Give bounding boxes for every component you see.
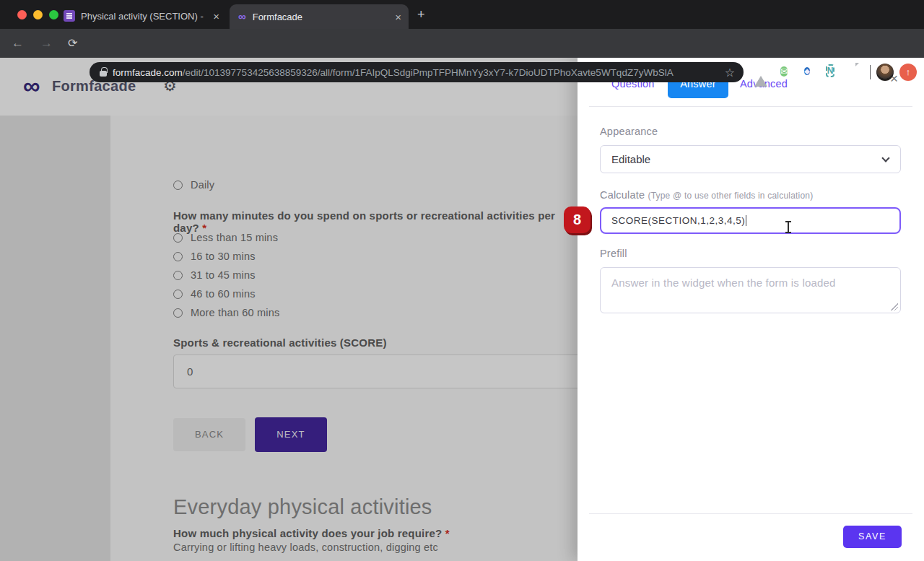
modal-backdrop <box>0 58 578 561</box>
clipper-extension-icon[interactable]: N <box>821 64 839 81</box>
browser-tab-forms[interactable]: Physical activity (SECTION) - G × <box>64 6 227 26</box>
bookmark-star-icon[interactable]: ☆ <box>725 66 735 79</box>
calculate-label: Calculate (Type @ to use other fields in… <box>600 189 813 201</box>
browser-toolbar: ← → ⟳ formfacade.com/edit/10139775342563… <box>0 29 924 58</box>
calculate-hint: (Type @ to use other fields in calculati… <box>648 191 813 201</box>
browser-update-icon[interactable]: ↑ <box>899 64 917 81</box>
answer-settings-panel: Question Answer Advanced × Appearance Ed… <box>578 58 924 561</box>
back-icon[interactable]: ← <box>12 35 24 51</box>
chevron-down-icon <box>881 154 889 162</box>
google-forms-icon <box>64 10 75 22</box>
minimize-window-button[interactable] <box>33 10 43 19</box>
step-badge: 8 <box>564 206 590 233</box>
prefill-textarea[interactable]: Answer in the widget when the form is lo… <box>600 267 901 313</box>
close-window-button[interactable] <box>17 10 27 19</box>
divider <box>589 106 912 107</box>
calculate-value: SCORE(SECTION,1,2,3,4,5) <box>611 215 745 226</box>
toolbar-divider <box>870 65 871 79</box>
calculate-input[interactable]: SCORE(SECTION,1,2,3,4,5) <box>600 207 901 234</box>
tab-title: Formfacade <box>253 12 388 22</box>
save-button[interactable]: SAVE <box>843 526 902 548</box>
ibeam-cursor <box>784 221 792 233</box>
mail-extension-icon[interactable]: ✉ <box>775 64 793 81</box>
url-text[interactable]: formfacade.com/edit/10139775342563885932… <box>113 67 716 78</box>
lock-icon <box>100 71 107 77</box>
prefill-placeholder: Answer in the widget when the form is lo… <box>611 277 836 289</box>
url-domain: formfacade.com <box>113 67 183 78</box>
resize-handle-icon[interactable] <box>891 303 898 310</box>
compass-extension-icon[interactable]: ◆ <box>798 64 816 81</box>
browser-tab-formfacade[interactable]: ∞ Formfacade × <box>230 4 409 29</box>
address-bar[interactable]: formfacade.com/edit/10139775342563885932… <box>90 62 744 82</box>
browser-tab-strip: Physical activity (SECTION) - G × ∞ Form… <box>0 0 924 29</box>
close-tab-icon[interactable]: × <box>213 10 219 22</box>
drive-extension-icon[interactable] <box>752 64 770 81</box>
url-path: /edit/101397753425638859326/all/form/1FA… <box>183 67 674 78</box>
text-caret <box>746 215 746 226</box>
screen: Physical activity (SECTION) - G × ∞ Form… <box>0 0 924 561</box>
divider <box>589 513 912 514</box>
forward-icon[interactable]: → <box>40 35 53 51</box>
zoom-window-button[interactable] <box>49 10 58 19</box>
prefill-label: Prefill <box>600 248 627 259</box>
formfacade-favicon-icon: ∞ <box>238 11 246 22</box>
reload-icon[interactable]: ⟳ <box>68 35 77 51</box>
appearance-label: Appearance <box>600 126 658 137</box>
new-tab-button[interactable]: + <box>417 8 425 21</box>
chat-extension-icon[interactable] <box>845 64 862 81</box>
appearance-value: Editable <box>611 153 650 165</box>
profile-avatar[interactable] <box>876 64 894 81</box>
tab-title: Physical activity (SECTION) - G <box>81 11 206 22</box>
appearance-select[interactable]: Editable <box>600 145 901 173</box>
close-tab-icon[interactable]: × <box>395 11 401 23</box>
